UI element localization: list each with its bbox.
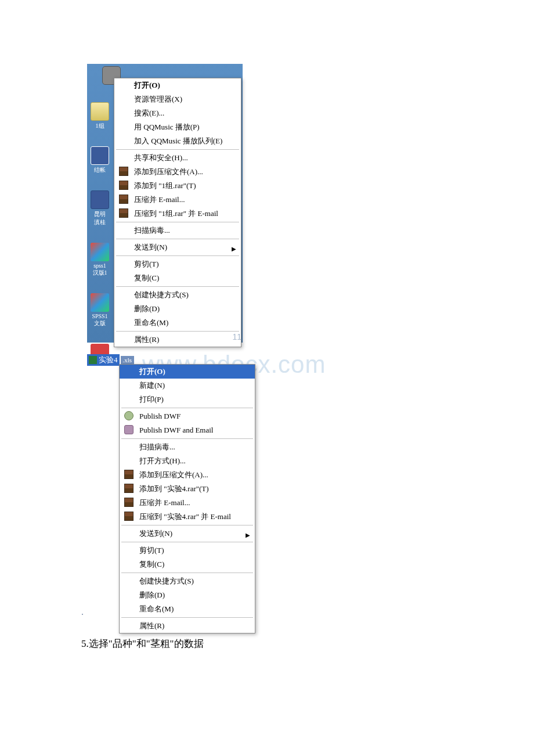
shortcut-desktop-icon[interactable]: 结帐 [88, 146, 111, 174]
menu2-send-to[interactable]: 发送到(N)▶ [120, 527, 255, 541]
menu-separator [121, 525, 253, 525]
menu2-copy[interactable]: 复制(C) [120, 557, 255, 571]
word-icon [91, 190, 109, 209]
menu2-publish-dwf-label: Publish DWF [139, 412, 181, 420]
file-context-screenshot: 实验4 .xls 打开(O) 新建(N) 打印(P) Publish DWF P… [87, 354, 534, 618]
menu2-add-to-rar-label: 添加到 "实验4.rar"(T) [139, 484, 209, 493]
menu2-add-archive[interactable]: 添加到压缩文件(A)... [120, 468, 255, 482]
menu-explorer[interactable]: 资源管理器(X) [114, 92, 241, 106]
xls-icon [89, 356, 97, 364]
menu-compress-email-label: 压缩并 E-mail... [134, 195, 185, 204]
menu-add-archive[interactable]: 添加到压缩文件(A)... [114, 165, 241, 179]
spss-label-1: spss1 汉版1 [93, 262, 107, 277]
page-content: 1组 结帐 昆明 滇桂 spss1 汉版1 SPSS1 文版 [0, 0, 534, 650]
file-selected[interactable]: 实验4 [87, 354, 120, 366]
menu2-add-archive-label: 添加到压缩文件(A)... [139, 470, 208, 479]
stats-icon-2 [91, 293, 109, 312]
menu-properties[interactable]: 属性(R) [114, 333, 241, 347]
menu2-open-with[interactable]: 打开方式(H)... [120, 454, 255, 468]
rar-icon [124, 498, 134, 507]
menu2-publish-dwf[interactable]: Publish DWF [120, 409, 255, 423]
menu2-open[interactable]: 打开(O) [120, 365, 255, 379]
menu2-scan-virus[interactable]: 扫描病毒... [120, 440, 255, 454]
stats-icon [91, 243, 109, 261]
rar-icon [119, 167, 128, 176]
menu2-compress-to-email[interactable]: 压缩到 "实验4.rar" 并 E-mail [120, 510, 255, 524]
submenu-arrow-icon: ▶ [232, 244, 236, 254]
desktop-screenshot: 1组 结帐 昆明 滇桂 spss1 汉版1 SPSS1 文版 [87, 64, 243, 343]
menu2-new[interactable]: 新建(N) [120, 379, 255, 393]
menu2-compress-to-email-label: 压缩到 "实验4.rar" 并 E-mail [139, 512, 231, 521]
file-name: 实验4 [99, 355, 118, 365]
menu-send-to-label: 发送到(N) [134, 243, 167, 251]
menu-rename[interactable]: 重命名(M) [114, 316, 241, 330]
rar-icon [119, 181, 128, 190]
menu-search[interactable]: 搜索(E)... [114, 106, 241, 120]
spss-label-2: SPSS1 文版 [92, 313, 107, 327]
context-menu-1: 打开(O) 资源管理器(X) 搜索(E)... 用 QQMusic 播放(P) … [114, 78, 241, 347]
menu2-add-to-rar[interactable]: 添加到 "实验4.rar"(T) [120, 482, 255, 496]
menu-separator [121, 617, 253, 618]
menu2-delete[interactable]: 删除(D) [120, 588, 255, 602]
menu-separator [121, 408, 253, 408]
menu-scan-virus[interactable]: 扫描病毒... [114, 224, 241, 237]
menu-separator [116, 222, 239, 222]
dwf-email-icon [124, 425, 134, 434]
menu2-send-to-label: 发送到(N) [139, 529, 172, 538]
menu-qqmusic-play[interactable]: 用 QQMusic 播放(P) [114, 120, 241, 134]
menu-separator [116, 331, 239, 332]
rar-icon [119, 208, 128, 218]
menu-add-to-rar[interactable]: 添加到 "1组.rar"(T) [114, 179, 241, 193]
word-desktop-icon[interactable]: 昆明 滇桂 [88, 190, 111, 226]
menu-cut[interactable]: 剪切(T) [114, 257, 241, 271]
menu2-publish-dwf-email-label: Publish DWF and Email [139, 426, 213, 434]
menu-separator [121, 573, 253, 573]
menu2-create-shortcut[interactable]: 创建快捷方式(S) [120, 574, 255, 588]
menu-copy[interactable]: 复制(C) [114, 271, 241, 285]
shortcut-icon [91, 146, 109, 165]
folder-desktop-icon[interactable]: 1组 [88, 102, 111, 130]
menu-send-to[interactable]: 发送到(N)▶ [114, 240, 241, 254]
menu2-rename[interactable]: 重命名(M) [120, 602, 255, 616]
word-label: 昆明 滇桂 [94, 210, 106, 226]
menu-add-to-rar-label: 添加到 "1组.rar"(T) [134, 181, 196, 190]
menu2-print[interactable]: 打印(P) [120, 393, 255, 406]
menu2-compress-email[interactable]: 压缩并 E-mail... [120, 496, 255, 510]
file-ext-badge: .xls [121, 356, 135, 364]
menu-open[interactable]: 打开(O) [114, 78, 241, 92]
menu2-properties[interactable]: 属性(R) [120, 619, 255, 633]
folder-label: 1组 [96, 122, 104, 130]
menu-create-shortcut[interactable]: 创建快捷方式(S) [114, 288, 241, 302]
spss-desktop-icon-2[interactable]: SPSS1 文版 [88, 293, 111, 327]
submenu-arrow-icon: ▶ [246, 530, 250, 541]
menu-add-archive-label: 添加到压缩文件(A)... [134, 167, 203, 176]
shortcut-label: 结帐 [94, 166, 106, 174]
context-menu-2: 打开(O) 新建(N) 打印(P) Publish DWF Publish DW… [119, 364, 255, 633]
rar-icon [124, 470, 134, 479]
instruction-text: 5.选择"品种"和"茎粗"的数据 [81, 637, 534, 650]
rar-icon [124, 484, 134, 493]
rar-icon [119, 195, 128, 204]
menu-share[interactable]: 共享和安全(H)... [114, 151, 241, 165]
folder-icon [91, 102, 109, 121]
spss-desktop-icon-1[interactable]: spss1 汉版1 [88, 243, 111, 277]
menu-compress-to-email[interactable]: 压缩到 "1组.rar" 并 E-mail [114, 207, 241, 221]
menu-qqmusic-queue[interactable]: 加入 QQMusic 播放队列(E) [114, 134, 241, 148]
menu2-publish-dwf-email[interactable]: Publish DWF and Email [120, 423, 255, 437]
menu-separator [116, 255, 239, 256]
menu-compress-to-email-label: 压缩到 "1组.rar" 并 E-mail [134, 209, 218, 218]
menu-separator [116, 286, 239, 287]
camera-icon-row [88, 66, 111, 86]
marker-dot: . [81, 607, 84, 617]
menu2-cut[interactable]: 剪切(T) [120, 543, 255, 557]
menu-separator [116, 239, 239, 239]
desktop-icon-column: 1组 结帐 昆明 滇桂 spss1 汉版1 SPSS1 文版 [88, 64, 113, 363]
menu-separator [121, 438, 253, 439]
menu2-compress-email-label: 压缩并 E-mail... [139, 498, 190, 507]
menu-separator [116, 149, 239, 150]
menu-delete[interactable]: 删除(D) [114, 302, 241, 316]
rar-icon [124, 512, 134, 521]
menu-separator [121, 542, 253, 542]
menu-compress-email[interactable]: 压缩并 E-mail... [114, 193, 241, 207]
page-number: 11 [232, 332, 241, 341]
